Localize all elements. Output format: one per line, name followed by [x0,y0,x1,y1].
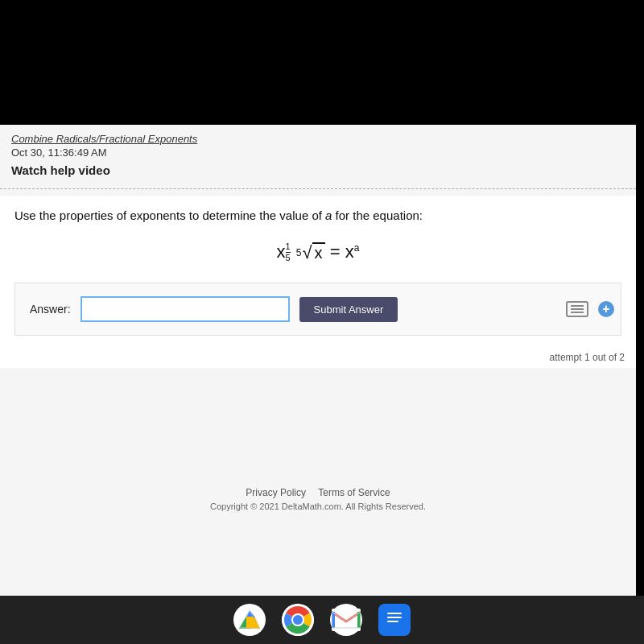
x-base-1: x [277,242,286,262]
equals-sign: = [330,242,345,262]
taskbar-chrome-icon[interactable] [282,604,314,636]
header: Combine Radicals/Fractional Exponents Oc… [0,125,636,182]
privacy-policy-link[interactable]: Privacy Policy [246,487,306,498]
fifth-root-x: 5√x [296,242,325,263]
main-screen: Combine Radicals/Fractional Exponents Oc… [0,125,636,600]
footer-links: Privacy Policy Terms of Service [0,487,636,498]
question-area: Use the properties of exponents to deter… [0,196,636,347]
svg-rect-15 [384,608,405,632]
taskbar [0,596,644,644]
taskbar-docs-icon[interactable] [378,604,411,636]
fraction-1-5: 15 [286,242,291,263]
question-text: Use the properties of exponents to deter… [14,207,621,225]
watch-help-link[interactable]: Watch help video [11,163,625,177]
taskbar-drive-icon[interactable] [233,604,266,636]
svg-rect-18 [387,621,398,622]
answer-box: Answer: Submit Answer + [14,283,621,336]
svg-rect-13 [332,612,335,628]
terms-of-service-link[interactable]: Terms of Service [318,487,390,498]
footer: Privacy Policy Terms of Service Copyrigh… [0,487,636,511]
x-result: xa [345,242,360,262]
answer-input[interactable] [80,296,290,322]
attempt-text: attempt 1 out of 2 [0,347,636,368]
plus-icon[interactable]: + [598,301,614,317]
svg-rect-16 [387,613,402,614]
svg-rect-14 [357,612,361,628]
math-equation: x15 5√x = xa [14,242,621,264]
answer-label: Answer: [30,303,71,316]
svg-rect-17 [387,617,402,618]
page-title: Combine Radicals/Fractional Exponents [11,133,625,145]
footer-copyright: Copyright © 2021 DeltaMath.com. All Righ… [0,502,636,511]
submit-button[interactable]: Submit Answer [299,297,398,322]
page-date: Oct 30, 11:36:49 AM [11,147,625,159]
svg-marker-8 [246,617,259,628]
taskbar-gmail-icon[interactable] [330,604,362,636]
divider [0,188,636,189]
svg-point-11 [293,615,303,625]
keyboard-icon[interactable] [566,301,588,317]
